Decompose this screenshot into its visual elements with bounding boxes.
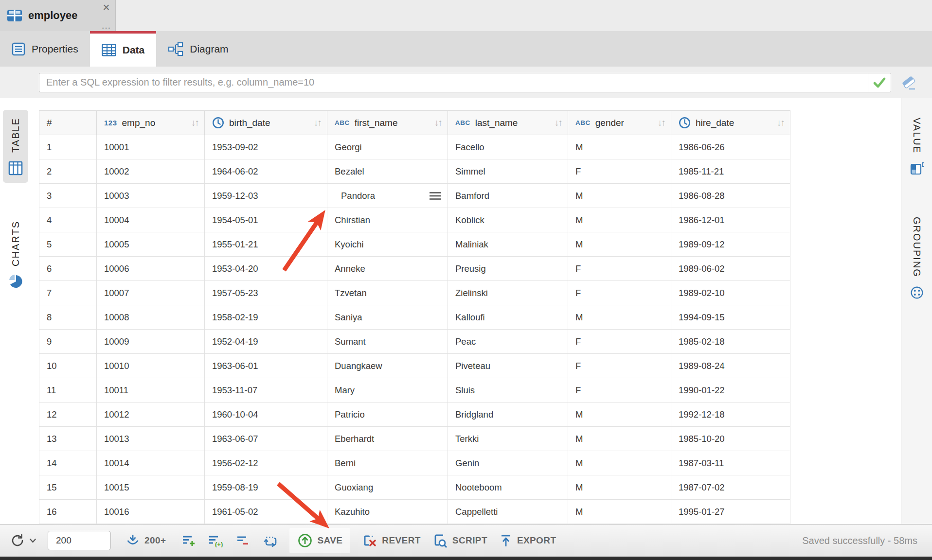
- cell-birth_date[interactable]: 1953-04-20: [205, 257, 327, 281]
- cell-first_name[interactable]: Tzvetan: [327, 281, 448, 305]
- duplicate-row-button[interactable]: (+): [208, 534, 224, 547]
- cell-rownum[interactable]: 15: [39, 475, 97, 500]
- cell-birth_date[interactable]: 1953-09-02: [205, 135, 327, 159]
- cell-birth_date[interactable]: 1952-04-19: [205, 330, 327, 354]
- cell-emp_no[interactable]: 10009: [97, 330, 205, 354]
- panel-tab-value[interactable]: VALUE: [904, 110, 930, 183]
- cell-gender[interactable]: M: [568, 427, 671, 451]
- column-header-first-name[interactable]: ABC first_name ↓↑: [327, 111, 448, 135]
- cell-emp_no[interactable]: 10003: [97, 184, 205, 208]
- cell-rownum[interactable]: 1: [39, 135, 97, 159]
- cell-birth_date[interactable]: 1957-05-23: [205, 281, 327, 305]
- column-header-emp-no[interactable]: 123 emp_no ↓↑: [97, 111, 205, 135]
- cell-gender[interactable]: M: [568, 402, 671, 427]
- column-header-rownum[interactable]: #: [39, 111, 97, 135]
- cell-last_name[interactable]: Piveteau: [448, 354, 568, 378]
- cell-last_name[interactable]: Maliniak: [448, 232, 568, 257]
- cell-rownum[interactable]: 11: [39, 378, 97, 402]
- cell-last_name[interactable]: Facello: [448, 135, 568, 159]
- cell-rownum[interactable]: 4: [39, 208, 97, 232]
- add-row-button[interactable]: [181, 534, 196, 547]
- cell-birth_date[interactable]: 1958-02-19: [205, 305, 327, 330]
- cell-hire_date[interactable]: 1989-06-02: [671, 257, 790, 281]
- cell-hire_date[interactable]: 1985-11-21: [671, 159, 790, 184]
- cell-hire_date[interactable]: 1987-03-11: [671, 451, 790, 475]
- cell-gender[interactable]: F: [568, 330, 671, 354]
- cell-emp_no[interactable]: 10005: [97, 232, 205, 257]
- column-header-gender[interactable]: ABC gender ↓↑: [568, 111, 671, 135]
- refresh-button[interactable]: [10, 533, 36, 548]
- sort-icon[interactable]: ↓↑: [191, 118, 200, 128]
- column-header-hire-date[interactable]: hire_date ↓↑: [671, 111, 790, 135]
- cell-gender[interactable]: M: [568, 208, 671, 232]
- cell-first_name[interactable]: Kazuhito: [327, 500, 448, 524]
- refresh-row-button[interactable]: [262, 533, 278, 548]
- cell-first_name[interactable]: Eberhardt: [327, 427, 448, 451]
- cell-last_name[interactable]: Peac: [448, 330, 568, 354]
- cell-birth_date[interactable]: 1961-05-02: [205, 500, 327, 524]
- cell-first_name[interactable]: Pandora: [327, 184, 448, 208]
- cell-gender[interactable]: M: [568, 232, 671, 257]
- cell-last_name[interactable]: Bamford: [448, 184, 568, 208]
- cell-rownum[interactable]: 9: [39, 330, 97, 354]
- cell-last_name[interactable]: Simmel: [448, 159, 568, 184]
- cell-first_name[interactable]: Kyoichi: [327, 232, 448, 257]
- cell-rownum[interactable]: 5: [39, 232, 97, 257]
- cell-gender[interactable]: M: [568, 305, 671, 330]
- export-button[interactable]: EXPORT: [499, 533, 556, 548]
- delete-row-button[interactable]: [236, 534, 251, 547]
- cell-last_name[interactable]: Terkki: [448, 427, 568, 451]
- clear-filter-button[interactable]: [898, 73, 919, 92]
- sort-icon[interactable]: ↓↑: [555, 118, 564, 128]
- cell-rownum[interactable]: 2: [39, 159, 97, 184]
- cell-first_name[interactable]: Georgi: [327, 135, 448, 159]
- cell-hire_date[interactable]: 1992-12-18: [671, 402, 790, 427]
- tab-overflow-icon[interactable]: …: [101, 22, 111, 28]
- cell-emp_no[interactable]: 10016: [97, 500, 205, 524]
- cell-first_name[interactable]: Mary: [327, 378, 448, 402]
- cell-first_name[interactable]: Anneke: [327, 257, 448, 281]
- cell-rownum[interactable]: 12: [39, 402, 97, 427]
- fetch-size-input[interactable]: [48, 531, 111, 550]
- cell-hire_date[interactable]: 1990-01-22: [671, 378, 790, 402]
- cell-gender[interactable]: F: [568, 257, 671, 281]
- cell-hire_date[interactable]: 1987-07-02: [671, 475, 790, 500]
- cell-first_name[interactable]: Duangkaew: [327, 354, 448, 378]
- cell-last_name[interactable]: Genin: [448, 451, 568, 475]
- cell-rownum[interactable]: 10: [39, 354, 97, 378]
- cell-first_name[interactable]: Sumant: [327, 330, 448, 354]
- cell-hire_date[interactable]: 1989-09-12: [671, 232, 790, 257]
- cell-emp_no[interactable]: 10015: [97, 475, 205, 500]
- cell-hire_date[interactable]: 1986-06-26: [671, 135, 790, 159]
- panel-tab-grouping[interactable]: GROUPING: [904, 209, 930, 307]
- editor-tab-employee[interactable]: employee ✕ …: [0, 0, 116, 31]
- cell-last_name[interactable]: Bridgland: [448, 402, 568, 427]
- cell-last_name[interactable]: Cappelletti: [448, 500, 568, 524]
- cell-birth_date[interactable]: 1959-08-19: [205, 475, 327, 500]
- cell-emp_no[interactable]: 10014: [97, 451, 205, 475]
- cell-last_name[interactable]: Sluis: [448, 378, 568, 402]
- cell-hire_date[interactable]: 1985-02-18: [671, 330, 790, 354]
- cell-last_name[interactable]: Nooteboom: [448, 475, 568, 500]
- cell-emp_no[interactable]: 10004: [97, 208, 205, 232]
- cell-gender[interactable]: M: [568, 135, 671, 159]
- cell-hire_date[interactable]: 1989-08-24: [671, 354, 790, 378]
- cell-gender[interactable]: M: [568, 184, 671, 208]
- cell-birth_date[interactable]: 1959-12-03: [205, 184, 327, 208]
- sort-icon[interactable]: ↓↑: [434, 118, 444, 128]
- sql-filter-input[interactable]: [39, 73, 868, 92]
- sort-icon[interactable]: ↓↑: [777, 118, 786, 128]
- tab-properties[interactable]: Properties: [0, 31, 90, 67]
- save-button[interactable]: SAVE: [289, 528, 350, 553]
- cell-rownum[interactable]: 14: [39, 451, 97, 475]
- cell-birth_date[interactable]: 1953-11-07: [205, 378, 327, 402]
- cell-hire_date[interactable]: 1986-08-28: [671, 184, 790, 208]
- cell-rownum[interactable]: 8: [39, 305, 97, 330]
- tab-diagram[interactable]: Diagram: [156, 31, 240, 67]
- cell-rownum[interactable]: 7: [39, 281, 97, 305]
- sort-icon[interactable]: ↓↑: [314, 118, 323, 128]
- cell-emp_no[interactable]: 10008: [97, 305, 205, 330]
- cell-first_name[interactable]: Saniya: [327, 305, 448, 330]
- cell-rownum[interactable]: 3: [39, 184, 97, 208]
- script-button[interactable]: SCRIPT: [432, 533, 487, 548]
